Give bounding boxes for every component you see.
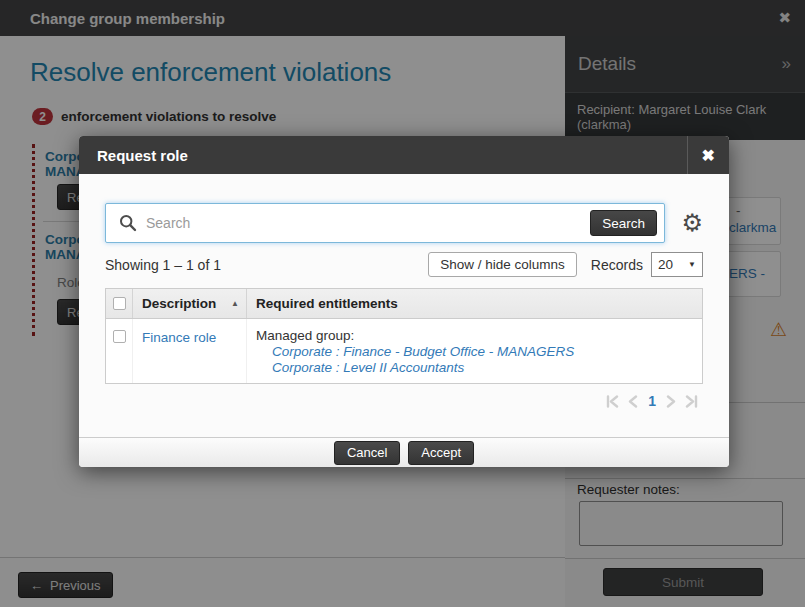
search-button[interactable]: Search: [590, 210, 657, 236]
records-per-page-select[interactable]: 20 ▼: [651, 252, 703, 277]
select-all-checkbox[interactable]: [113, 297, 126, 310]
next-page-icon[interactable]: [666, 395, 676, 408]
role-link[interactable]: Finance role: [142, 330, 216, 345]
request-role-modal: Request role ✖ Search ⚙: [79, 136, 729, 467]
table-header-row: Description ▲ Required entitlements: [106, 289, 702, 319]
caret-down-icon: ▼: [688, 260, 696, 269]
pagination: 1: [105, 393, 699, 409]
row-description-cell: Finance role: [133, 319, 247, 383]
results-toolbar: Showing 1 – 1 of 1 Show / hide columns R…: [105, 252, 703, 277]
records-selected-value: 20: [658, 257, 673, 272]
accept-button[interactable]: Accept: [408, 441, 474, 465]
table-row: Finance role Managed group: Corporate : …: [106, 319, 702, 383]
column-header-label: Required entitlements: [256, 296, 398, 311]
modal-title: Request role: [97, 147, 188, 164]
first-page-icon[interactable]: [605, 395, 619, 408]
modal-body: Search ⚙ Showing 1 – 1 of 1 Show / hide …: [79, 203, 729, 409]
entitlements-title: Managed group:: [256, 328, 702, 343]
roles-table: Description ▲ Required entitlements Fina…: [105, 288, 703, 384]
search-box: Search: [105, 203, 665, 243]
current-page: 1: [648, 393, 656, 409]
entitlement-link[interactable]: Corporate : Level II Accountants: [272, 360, 702, 375]
results-summary: Showing 1 – 1 of 1: [105, 257, 221, 273]
entitlement-link[interactable]: Corporate : Finance - Budget Office - MA…: [272, 344, 702, 359]
gear-wrap: ⚙: [665, 211, 703, 235]
column-header-entitlements[interactable]: Required entitlements: [247, 289, 702, 318]
change-group-membership-window: Change group membership ✖ Resolve enforc…: [0, 0, 805, 607]
records-label: Records: [591, 257, 643, 273]
modal-footer: Cancel Accept: [79, 437, 729, 467]
search-input[interactable]: [146, 215, 590, 231]
show-hide-columns-button[interactable]: Show / hide columns: [428, 252, 577, 277]
last-page-icon[interactable]: [685, 395, 699, 408]
close-icon: ✖: [702, 146, 715, 165]
row-checkbox-cell: [106, 319, 133, 383]
header-checkbox-cell: [106, 289, 133, 318]
row-entitlements-cell: Managed group: Corporate : Finance - Bud…: [247, 319, 702, 383]
search-icon: [119, 214, 137, 232]
column-header-description[interactable]: Description ▲: [133, 289, 247, 318]
modal-close-button[interactable]: ✖: [687, 136, 729, 174]
search-row: Search ⚙: [105, 203, 703, 243]
sort-asc-icon: ▲: [231, 299, 239, 308]
modal-header: Request role ✖: [79, 136, 729, 174]
gear-icon[interactable]: ⚙: [681, 211, 703, 235]
row-checkbox[interactable]: [113, 330, 126, 343]
column-header-label: Description: [142, 296, 216, 311]
prev-page-icon[interactable]: [628, 395, 638, 408]
cancel-button[interactable]: Cancel: [334, 441, 400, 465]
